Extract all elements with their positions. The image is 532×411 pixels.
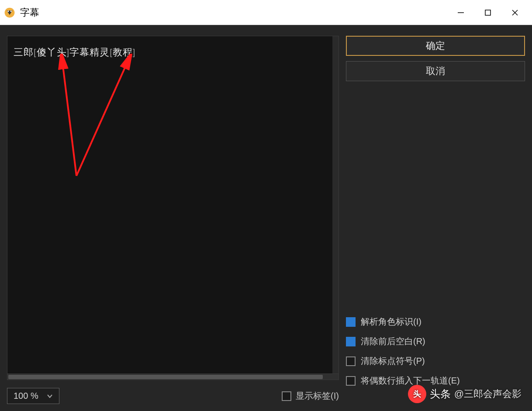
- svg-line-8: [76, 59, 129, 176]
- close-button[interactable]: [501, 0, 529, 25]
- option-remove-punct[interactable]: 清除标点符号(P): [346, 355, 525, 367]
- remove-punct-label: 清除标点符号(P): [361, 355, 425, 367]
- watermark-logo-icon: 头: [408, 385, 426, 403]
- svg-rect-4: [485, 10, 491, 15]
- annotation-arrows: [55, 54, 152, 185]
- parse-role-tag-checkbox[interactable]: [346, 317, 356, 327]
- close-icon: [511, 9, 519, 17]
- subtitle-editor[interactable]: 三郎[傻丫头]字幕精灵[教程]: [7, 36, 339, 374]
- svg-point-1: [7, 10, 9, 12]
- window-controls: [447, 0, 529, 25]
- show-tags-option[interactable]: 显示标签(I): [282, 390, 339, 402]
- watermark-handle: @三郎会声会影: [454, 387, 522, 401]
- editor-vertical-scrollbar[interactable]: [332, 36, 339, 373]
- side-column: 确定 取消 解析角色标识(I) 清除前后空白(R) 清除标点符号(P) 将偶数行…: [346, 36, 525, 404]
- titlebar: 字幕: [0, 0, 532, 25]
- trim-spaces-label: 清除前后空白(R): [361, 336, 425, 347]
- ok-button[interactable]: 确定: [346, 36, 525, 56]
- cancel-button[interactable]: 取消: [346, 61, 525, 81]
- parse-role-tag-label: 解析角色标识(I): [361, 316, 421, 328]
- zoom-select[interactable]: 100 %: [7, 388, 59, 404]
- editor-horizontal-scrollbar[interactable]: [7, 374, 339, 380]
- app-icon: [3, 7, 16, 19]
- minimize-icon: [457, 9, 465, 17]
- watermark: 头 头条 @三郎会声会影: [408, 385, 522, 403]
- window-title: 字幕: [20, 6, 447, 19]
- maximize-icon: [484, 9, 492, 17]
- main-content: 三郎[傻丫头]字幕精灵[教程] 100 %: [0, 25, 532, 411]
- chevron-down-icon: [47, 393, 53, 399]
- even-lines-checkbox[interactable]: [346, 376, 356, 386]
- watermark-brand: 头条: [430, 387, 451, 401]
- editor-column: 三郎[傻丫头]字幕精灵[教程] 100 %: [7, 36, 339, 404]
- minimize-button[interactable]: [447, 0, 474, 25]
- zoom-value: 100 %: [14, 391, 38, 401]
- option-trim-spaces[interactable]: 清除前后空白(R): [346, 336, 525, 347]
- svg-line-7: [62, 59, 76, 176]
- scrollbar-thumb[interactable]: [8, 375, 323, 379]
- maximize-button[interactable]: [474, 0, 501, 25]
- editor-bottom-row: 100 % 显示标签(I): [7, 388, 339, 404]
- show-tags-checkbox[interactable]: [282, 391, 291, 401]
- subtitle-text-line[interactable]: 三郎[傻丫头]字幕精灵[教程]: [14, 46, 135, 59]
- option-parse-role-tag[interactable]: 解析角色标识(I): [346, 316, 525, 328]
- trim-spaces-checkbox[interactable]: [346, 337, 356, 346]
- show-tags-label: 显示标签(I): [296, 390, 339, 402]
- svg-point-2: [10, 10, 12, 12]
- remove-punct-checkbox[interactable]: [346, 356, 356, 366]
